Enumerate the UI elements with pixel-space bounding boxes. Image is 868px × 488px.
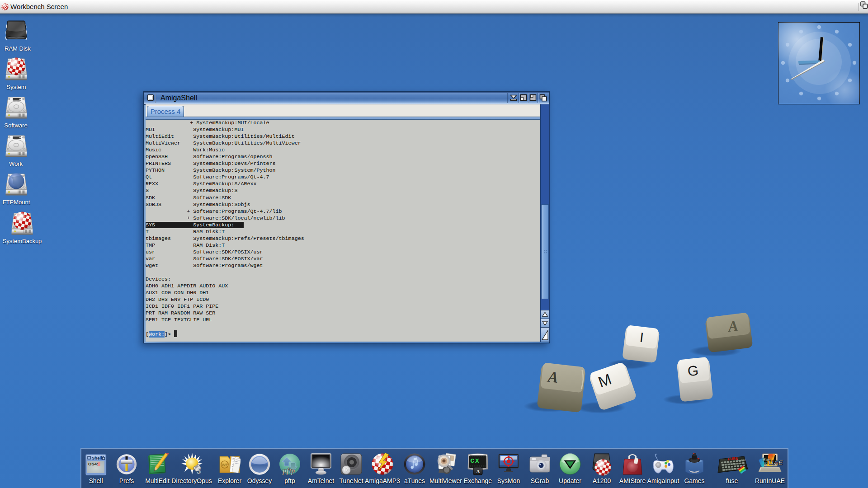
svg-text:cx: cx (470, 457, 480, 465)
svg-text:G: G (687, 362, 699, 379)
svg-text:A: A (476, 469, 480, 474)
svg-text:pftp: pftp (282, 466, 295, 475)
svg-text:5: 5 (197, 467, 201, 475)
svg-text:OS4:: OS4: (88, 461, 98, 466)
svg-text:In: In (764, 461, 768, 465)
svg-text:x: x (226, 465, 228, 468)
svg-text:UAE: UAE (769, 459, 783, 466)
svg-text:Shell: Shell (92, 455, 102, 460)
